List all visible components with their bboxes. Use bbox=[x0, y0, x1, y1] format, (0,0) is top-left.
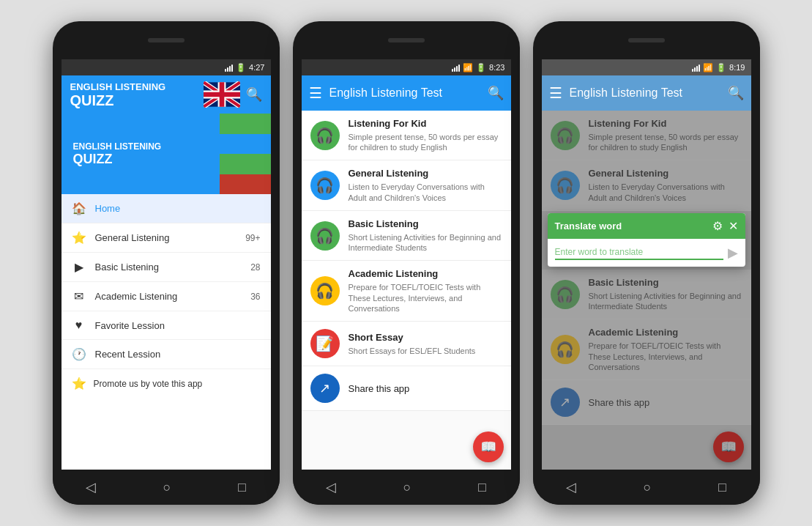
search-icon-2[interactable]: 🔍 bbox=[488, 85, 504, 101]
mail-icon: ✉ bbox=[72, 289, 86, 303]
translate-header: Translate word ⚙ ✕ bbox=[548, 213, 745, 239]
search-icon-3: 🔍 bbox=[728, 85, 744, 101]
bg-blocks bbox=[220, 114, 271, 194]
kid-desc: Simple present tense, 50 words per essay… bbox=[349, 132, 502, 153]
sidebar-menu: ENGLISH LISTENING QUIZZ 🏠 Home bbox=[62, 114, 271, 470]
menu-label-basic: Basic Listening bbox=[95, 262, 251, 273]
kid-icon: 🎧 bbox=[316, 127, 334, 144]
speaker-2 bbox=[388, 38, 425, 42]
battery-2: 🔋 bbox=[476, 63, 486, 73]
back-btn-1[interactable]: ◁ bbox=[86, 479, 96, 495]
menu-icon-2[interactable]: ☰ bbox=[309, 84, 322, 102]
screen-3: 📶 🔋 8:19 ☰ English Listening Test 🔍 🎧 Li… bbox=[542, 59, 751, 470]
settings-icon[interactable]: ⚙ bbox=[712, 219, 723, 233]
list-text-academic: Academic Listening Prepare for TOEFL/TOE… bbox=[349, 268, 502, 314]
time-3: 8:19 bbox=[729, 63, 745, 72]
recent-btn-2[interactable]: □ bbox=[478, 480, 486, 495]
general-desc: Listen to Everyday Conversations with Ad… bbox=[349, 182, 502, 203]
list-item-basic[interactable]: 🎧 Basic Listening Short Listening Activi… bbox=[302, 211, 511, 261]
screen-2: 📶 🔋 8:23 ☰ English Listening Test 🔍 🎧 Li… bbox=[302, 59, 511, 470]
phone-2: 📶 🔋 8:23 ☰ English Listening Test 🔍 🎧 Li… bbox=[293, 21, 520, 505]
send-icon[interactable]: ▶ bbox=[728, 245, 738, 261]
share-row-2[interactable]: ↗ Share this app bbox=[302, 366, 511, 411]
battery-3: 🔋 bbox=[716, 63, 726, 73]
star-icon: ⭐ bbox=[72, 231, 86, 245]
list-item-academic[interactable]: 🎧 Academic Listening Prepare for TOEFL/T… bbox=[302, 261, 511, 322]
home-btn-1[interactable]: ○ bbox=[163, 480, 171, 495]
academic-desc: Prepare for TOEFL/TOEIC Tests with These… bbox=[349, 282, 502, 314]
list-item-general[interactable]: 🎧 General Listening Listen to Everyday C… bbox=[302, 160, 511, 210]
uk-flag bbox=[204, 81, 240, 108]
recent-btn-3[interactable]: □ bbox=[718, 480, 726, 495]
translate-input[interactable] bbox=[555, 245, 723, 260]
share-icon-2: ↗ bbox=[319, 380, 330, 396]
signal-3 bbox=[692, 63, 700, 72]
speaker-3 bbox=[628, 38, 665, 42]
phone-top-3 bbox=[533, 21, 760, 59]
academic-title: Academic Listening bbox=[349, 268, 502, 281]
app-header-1: ENGLISH LISTENING QUIZZ 🔍 bbox=[62, 75, 271, 114]
sidebar-hero: ENGLISH LISTENING QUIZZ bbox=[62, 114, 271, 194]
status-bar-2: 📶 🔋 8:23 bbox=[302, 59, 511, 75]
dim-overlay bbox=[542, 111, 751, 470]
search-icon-1[interactable]: 🔍 bbox=[246, 86, 262, 103]
sidebar-content: ENGLISH LISTENING QUIZZ 🏠 Home bbox=[62, 114, 271, 470]
status-bar-1: 🔋 4:27 bbox=[62, 59, 271, 75]
list-item-essay[interactable]: 📝 Short Essay Short Essays for ESL/EFL S… bbox=[302, 322, 511, 366]
basic-icon: 🎧 bbox=[316, 227, 334, 245]
share-label-2: Share this app bbox=[349, 383, 410, 394]
kid-icon-circle: 🎧 bbox=[310, 121, 340, 150]
share-icon-circle-2: ↗ bbox=[310, 374, 340, 403]
signal-2 bbox=[452, 63, 460, 72]
menu-item-general[interactable]: ⭐ General Listening 99+ bbox=[62, 223, 271, 253]
signal-bars-1 bbox=[225, 63, 233, 72]
phone-bottom-3: ◁ ○ □ bbox=[533, 470, 760, 505]
header-title-2: English Listening Test bbox=[329, 86, 488, 100]
academic-icon-circle: 🎧 bbox=[310, 276, 340, 305]
app-header-2: ☰ English Listening Test 🔍 bbox=[302, 75, 511, 111]
battery-icon-1: 🔋 bbox=[236, 63, 246, 73]
phone-3: 📶 🔋 8:19 ☰ English Listening Test 🔍 🎧 Li… bbox=[533, 21, 760, 505]
list-item-kid[interactable]: 🎧 Listening For Kid Simple present tense… bbox=[302, 111, 511, 160]
bg-block-green bbox=[220, 114, 271, 134]
back-btn-3[interactable]: ◁ bbox=[566, 479, 576, 495]
translate-popup[interactable]: Translate word ⚙ ✕ ▶ bbox=[548, 213, 745, 267]
general-title: General Listening bbox=[349, 168, 502, 180]
list-text-basic: Basic Listening Short Listening Activiti… bbox=[349, 218, 502, 253]
hero-sub: QUIZZ bbox=[73, 152, 162, 167]
menu-item-academic[interactable]: ✉ Academic Listening 36 bbox=[62, 282, 271, 311]
home-btn-2[interactable]: ○ bbox=[403, 480, 411, 495]
close-icon[interactable]: ✕ bbox=[729, 219, 738, 233]
menu-label-favorite: Favorite Lession bbox=[95, 320, 261, 331]
home-btn-3[interactable]: ○ bbox=[644, 480, 652, 495]
list-scroll-3: 🎧 Listening For Kid Simple present tense… bbox=[542, 111, 751, 470]
bar1 bbox=[225, 69, 226, 72]
home-icon: 🏠 bbox=[72, 201, 86, 215]
screen-1: 🔋 4:27 ENGLISH LISTENING QUIZZ 🔍 bbox=[62, 59, 271, 470]
menu-item-recent[interactable]: 🕐 Recent Lession bbox=[62, 340, 271, 369]
translate-title: Translate word bbox=[555, 221, 622, 231]
menu-label-general: General Listening bbox=[95, 232, 246, 243]
count-general: 99+ bbox=[245, 233, 260, 243]
kid-title: Listening For Kid bbox=[349, 118, 502, 130]
basic-desc: Short Listening Activities for Beginning… bbox=[349, 232, 502, 253]
fab-btn-2[interactable]: 📖 bbox=[473, 431, 504, 462]
list-scroll-2[interactable]: 🎧 Listening For Kid Simple present tense… bbox=[302, 111, 511, 470]
menu-item-home[interactable]: 🏠 Home bbox=[62, 194, 271, 223]
back-btn-2[interactable]: ◁ bbox=[326, 479, 336, 495]
time-1: 4:27 bbox=[249, 63, 264, 72]
logo-area: ENGLISH LISTENING QUIZZ bbox=[70, 81, 204, 108]
bg-block-red bbox=[220, 174, 271, 195]
recent-btn-1[interactable]: □ bbox=[238, 480, 246, 495]
bar3 bbox=[229, 66, 231, 72]
wifi-icon-2: 📶 bbox=[463, 63, 473, 73]
time-2: 8:23 bbox=[489, 63, 504, 72]
menu-item-basic[interactable]: ▶ Basic Listening 28 bbox=[62, 253, 271, 282]
menu-icon-3: ☰ bbox=[549, 84, 562, 102]
promote-item[interactable]: ⭐ Promote us by vote this app bbox=[62, 369, 271, 398]
logo-sub: QUIZZ bbox=[70, 93, 204, 108]
menu-item-favorite[interactable]: ♥ Favorite Lession bbox=[62, 311, 271, 340]
star-promote-icon: ⭐ bbox=[72, 377, 86, 390]
basic-icon-circle: 🎧 bbox=[310, 221, 340, 251]
general-icon-circle: 🎧 bbox=[310, 171, 340, 200]
